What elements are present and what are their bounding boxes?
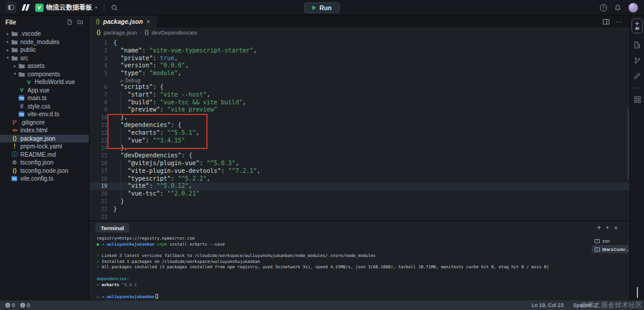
- file-item-README.md[interactable]: ·ⓘREADME.md: [0, 151, 89, 159]
- line-number: 10: [89, 114, 107, 122]
- more-actions-icon[interactable]: ⋯: [616, 18, 623, 25]
- cursor-position[interactable]: Ln 19, Col 23: [531, 302, 564, 308]
- code-line-3[interactable]: 3"private": true,: [89, 55, 630, 63]
- code-line-16[interactable]: 16"@vitejs/plugin-vue": "^5.0.3",: [89, 160, 630, 168]
- code-line-8[interactable]: 8"build": "vue-tsc && vite build",: [89, 99, 630, 107]
- md-icon: ⓘ: [11, 150, 18, 159]
- breadcrumb-file[interactable]: package.json: [104, 29, 137, 36]
- code-line-17[interactable]: 17"vite-plugin-vue-devtools": "^7.2.1",: [89, 168, 630, 175]
- code-text: "typescript": "^5.2.2",: [113, 175, 210, 183]
- help-icon[interactable]: ?: [600, 4, 607, 11]
- close-icon[interactable]: ×: [147, 18, 150, 25]
- file-item-public[interactable]: ▸public: [0, 46, 89, 54]
- file-item-components[interactable]: ▾components: [0, 70, 89, 79]
- file-item-index.html[interactable]: ·<>index.html: [0, 126, 89, 135]
- avatar[interactable]: [628, 3, 638, 13]
- file-item-style.css[interactable]: ·#style.css: [0, 103, 89, 111]
- code-line-2[interactable]: 2"name": "vite-vue-typescript-starter",: [89, 47, 630, 55]
- code-line-18[interactable]: 18"typescript": "^5.2.2",: [89, 175, 630, 183]
- chevron-down-icon[interactable]: ▾: [12, 72, 18, 76]
- line-number: 9: [89, 106, 107, 114]
- tab-terminal[interactable]: Terminal: [95, 223, 129, 232]
- terminal-output[interactable]: registry=https://registry.npmmirror.com●…: [89, 234, 590, 300]
- code-line-4[interactable]: 4"version": "0.0.0",: [89, 62, 630, 70]
- file-item-tsconfig.json[interactable]: ·⚙tsconfig.json: [0, 159, 89, 167]
- code-line-21[interactable]: 21}: [89, 198, 630, 206]
- project-switcher[interactable]: V 物流云数据看板 ▾: [35, 3, 98, 12]
- editor-scrollbar[interactable]: [627, 107, 629, 180]
- file-item-src[interactable]: ▾src: [0, 54, 89, 63]
- file-item-vite-env.d.ts[interactable]: ·TSvite-env.d.ts: [0, 110, 89, 119]
- json-file-icon: {}: [96, 18, 100, 24]
- code-line-15[interactable]: 15"devDependencies": {: [89, 152, 630, 160]
- terminal-icon: [595, 239, 600, 243]
- line-number: 4: [89, 62, 107, 70]
- terminal-session-zsh[interactable]: zsh: [592, 237, 628, 245]
- line-number: 1: [89, 39, 107, 47]
- search-files-icon[interactable]: [633, 41, 641, 49]
- info-circle-icon: i: [20, 303, 25, 308]
- code-line-23[interactable]: 23: [89, 213, 630, 221]
- file-item-pnpm-lock.yaml[interactable]: ·!pnpm-lock.yaml: [0, 142, 89, 151]
- file-item-tsconfig.node.json[interactable]: ·{}tsconfig.node.json: [0, 167, 89, 175]
- chevron-right-icon[interactable]: ▸: [5, 32, 11, 36]
- tree-bullet: ·: [5, 137, 11, 140]
- line-number: 23: [89, 213, 107, 221]
- indent-guide: [120, 182, 121, 190]
- chevron-right-icon[interactable]: ▸: [5, 48, 11, 52]
- code-line-20[interactable]: 20"vue-tsc": "^2.0.21": [89, 190, 630, 198]
- tab-package-json[interactable]: {} package.json ×: [89, 16, 157, 27]
- problems-errors[interactable]: × 0: [5, 302, 15, 308]
- file-item-assets[interactable]: ▸assets: [0, 62, 89, 70]
- problems-warnings[interactable]: i 0: [20, 302, 30, 308]
- bottom-panel-toggle-icon[interactable]: [637, 287, 638, 298]
- activity-bar-divider: [633, 88, 642, 88]
- code-line-7[interactable]: 7"start": "vite --host",: [89, 91, 630, 99]
- folder-icon: [11, 39, 18, 45]
- file-item-package.json[interactable]: ·{}package.json: [0, 135, 89, 143]
- code-editor[interactable]: 1{2"name": "vite-vue-typescript-starter"…: [89, 37, 630, 221]
- chevron-down-icon[interactable]: ▾: [5, 55, 11, 60]
- terminal-session-MarsCode ...[interactable]: MarsCode ...: [592, 245, 628, 253]
- code-line-5[interactable]: 5"type": "module",: [89, 70, 630, 78]
- editor-actions: ⋯: [603, 16, 630, 27]
- toggle-sidebar-icon[interactable]: [6, 2, 16, 13]
- extensions-grid-icon[interactable]: [634, 96, 641, 103]
- titlebar-left: V 物流云数据看板 ▾: [6, 2, 118, 13]
- file-item-node_modules[interactable]: ▸node_modules: [0, 38, 89, 46]
- new-file-icon[interactable]: [67, 19, 73, 25]
- file-item-vite.config.ts[interactable]: ·TSvite.config.ts: [0, 175, 89, 183]
- code-line-22[interactable]: 22}: [89, 206, 630, 213]
- file-item-App.vue[interactable]: ·VApp.vue: [0, 86, 89, 95]
- code-text: "vite-plugin-vue-devtools": "^7.2.1",: [113, 168, 261, 175]
- debug-play-icon: ▷: [120, 78, 123, 83]
- chevron-right-icon[interactable]: ▸: [12, 64, 18, 69]
- chevron-right-icon[interactable]: ▸: [5, 39, 11, 44]
- chevron-down-icon[interactable]: ▾: [606, 225, 609, 230]
- indentation-setting[interactable]: Spaces: 2: [573, 302, 597, 308]
- plugin-icon[interactable]: [633, 72, 641, 80]
- terminal-icon: [595, 247, 600, 252]
- file-item-HelloWorld.vue[interactable]: ·VHelloWorld.vue: [0, 78, 89, 86]
- ai-assistant-button[interactable]: AI: [631, 18, 643, 33]
- json-file-icon: {}: [97, 29, 101, 35]
- code-line-19[interactable]: 19"vite": "^5.0.12",: [89, 182, 630, 190]
- file-item-main.ts[interactable]: ·TSmain.ts: [0, 94, 89, 103]
- breadcrumb-symbol[interactable]: devDependencies: [151, 29, 197, 36]
- statusbar: × 0 i 0 Ln 19, Col 23 Spaces: 2: [0, 300, 644, 310]
- file-item-.vscode[interactable]: ▸.vscode: [0, 30, 89, 38]
- notifications-bell-icon[interactable]: [614, 4, 621, 11]
- file-label: App.vue: [27, 87, 49, 94]
- run-button[interactable]: Run: [304, 2, 340, 13]
- new-terminal-icon[interactable]: +: [597, 224, 601, 231]
- code-line-6[interactable]: 6"scripts": {: [89, 83, 630, 91]
- file-item-.gitignore[interactable]: ·.gitignore: [0, 119, 89, 127]
- codelens-debug[interactable]: ▷Debug: [89, 78, 630, 83]
- close-panel-icon[interactable]: ×: [614, 225, 618, 231]
- split-editor-icon[interactable]: [603, 19, 609, 24]
- code-line-1[interactable]: 1{: [89, 39, 630, 47]
- search-icon[interactable]: [111, 4, 118, 11]
- source-control-icon[interactable]: [634, 57, 641, 64]
- new-folder-icon[interactable]: [77, 19, 83, 25]
- code-line-9[interactable]: 9"preview": "vite preview": [89, 106, 630, 114]
